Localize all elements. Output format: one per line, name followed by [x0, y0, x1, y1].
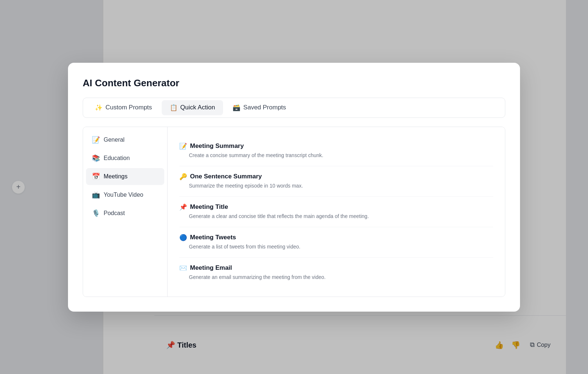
- meeting-summary-icon: 📝: [179, 142, 187, 150]
- sidebar-item-general[interactable]: 📝 General: [86, 131, 164, 148]
- prompt-item-meeting-email[interactable]: ✉️ Meeting Email Generate an email summa…: [179, 258, 493, 288]
- prompt-item-meeting-tweets[interactable]: 🔵 Meeting Tweets Generate a list of twee…: [179, 227, 493, 258]
- quick-action-label: Quick Action: [180, 104, 215, 111]
- prompt-desc-meeting-tweets: Generate a list of tweets from this meet…: [179, 243, 493, 251]
- podcast-icon: 🎙️: [92, 209, 100, 217]
- tab-saved-prompts[interactable]: 🗃️ Saved Prompts: [225, 100, 294, 115]
- quick-action-icon: 📋: [170, 104, 178, 112]
- prompt-desc-meeting-summary: Create a concise summary of the meeting …: [179, 152, 493, 159]
- prompt-name-one-sentence: 🔑 One Sentence Summary: [179, 173, 493, 181]
- tab-quick-action[interactable]: 📋 Quick Action: [162, 100, 223, 115]
- prompt-desc-meeting-title: Generate a clear and concise title that …: [179, 213, 493, 220]
- sidebar-item-education[interactable]: 📚 Education: [86, 150, 164, 167]
- sidebar-item-youtube[interactable]: 📺 YouTube Video: [86, 186, 164, 203]
- meeting-title-icon: 📌: [179, 203, 187, 211]
- prompt-name-meeting-tweets: 🔵 Meeting Tweets: [179, 234, 493, 242]
- sidebar-item-meetings-label: Meetings: [104, 173, 128, 180]
- sidebar-item-podcast-label: Podcast: [104, 210, 125, 217]
- saved-prompts-label: Saved Prompts: [243, 104, 286, 111]
- saved-prompts-icon: 🗃️: [233, 104, 240, 112]
- prompt-item-one-sentence[interactable]: 🔑 One Sentence Summary Summarize the mee…: [179, 166, 493, 197]
- prompt-list: 📝 Meeting Summary Create a concise summa…: [168, 127, 505, 297]
- modal: AI Content Generator ✨ Custom Prompts 📋 …: [68, 63, 520, 312]
- meetings-icon: 📅: [92, 173, 100, 181]
- sidebar-item-podcast[interactable]: 🎙️ Podcast: [86, 205, 164, 222]
- tab-custom-prompts[interactable]: ✨ Custom Prompts: [87, 100, 160, 115]
- prompt-name-meeting-title: 📌 Meeting Title: [179, 203, 493, 211]
- youtube-icon: 📺: [92, 191, 100, 199]
- modal-overlay: AI Content Generator ✨ Custom Prompts 📋 …: [0, 0, 588, 374]
- education-icon: 📚: [92, 154, 100, 162]
- meeting-tweets-icon: 🔵: [179, 234, 187, 242]
- modal-title: AI Content Generator: [83, 77, 505, 89]
- sidebar: 📝 General 📚 Education 📅 Meetings 📺 YouTu…: [83, 127, 168, 297]
- sidebar-item-education-label: Education: [104, 155, 130, 161]
- sidebar-item-meetings[interactable]: 📅 Meetings: [86, 168, 164, 185]
- custom-prompts-label: Custom Prompts: [105, 104, 152, 111]
- tabs-bar: ✨ Custom Prompts 📋 Quick Action 🗃️ Saved…: [83, 98, 505, 118]
- meeting-email-icon: ✉️: [179, 264, 187, 272]
- sidebar-item-youtube-label: YouTube Video: [104, 192, 143, 198]
- prompt-desc-meeting-email: Generate an email summarizing the meetin…: [179, 273, 493, 281]
- prompt-name-meeting-summary: 📝 Meeting Summary: [179, 142, 493, 150]
- prompt-desc-one-sentence: Summarize the meeting episode in 10 word…: [179, 182, 493, 190]
- sidebar-item-general-label: General: [104, 137, 125, 143]
- general-icon: 📝: [92, 136, 100, 144]
- custom-prompts-icon: ✨: [95, 104, 103, 112]
- prompt-name-meeting-email: ✉️ Meeting Email: [179, 264, 493, 272]
- content-area: 📝 General 📚 Education 📅 Meetings 📺 YouTu…: [83, 127, 505, 297]
- one-sentence-icon: 🔑: [179, 173, 187, 181]
- prompt-item-meeting-summary[interactable]: 📝 Meeting Summary Create a concise summa…: [179, 136, 493, 166]
- prompt-item-meeting-title[interactable]: 📌 Meeting Title Generate a clear and con…: [179, 197, 493, 227]
